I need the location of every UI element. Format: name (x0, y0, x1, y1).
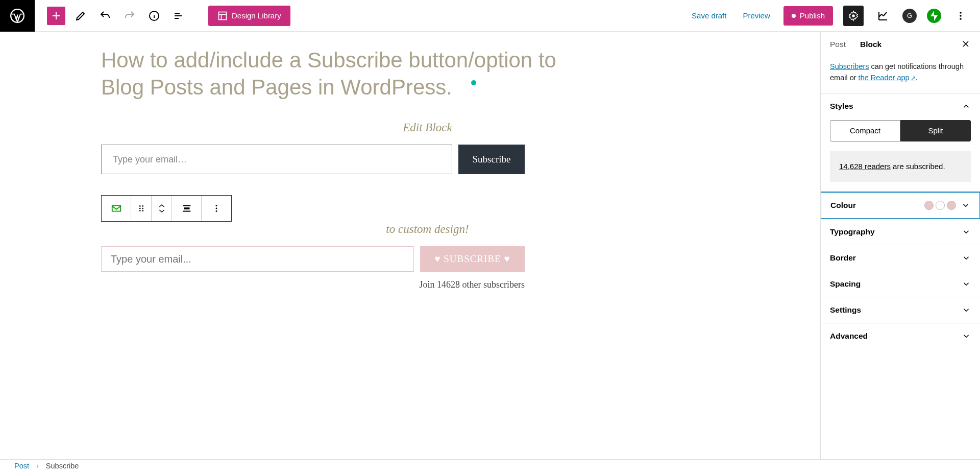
subscribe-block-default[interactable]: Subscribe (101, 145, 525, 174)
svg-rect-7 (112, 206, 120, 211)
intro-tail: . (916, 74, 918, 82)
post-title[interactable]: How to add/include a Subscribe button/op… (101, 47, 560, 101)
email-input-default[interactable] (101, 145, 452, 174)
section-settings[interactable]: Settings (821, 297, 980, 323)
breadcrumb-separator: › (36, 462, 39, 470)
section-styles-header[interactable]: Styles (821, 93, 980, 119)
jetpack-icon[interactable] (927, 9, 941, 23)
document-outline-button[interactable] (169, 7, 188, 25)
redo-icon (124, 10, 136, 22)
pencil-icon (75, 10, 87, 22)
svg-rect-14 (184, 207, 189, 209)
advanced-title: Advanced (830, 332, 868, 341)
typography-title: Typography (830, 227, 875, 237)
svg-point-9 (142, 205, 143, 207)
publish-button[interactable]: Publish (783, 6, 833, 26)
user-avatar[interactable]: G (902, 9, 917, 23)
wordpress-logo[interactable] (0, 0, 35, 32)
close-icon (961, 39, 971, 49)
gear-icon (848, 10, 859, 21)
style-split-button[interactable]: Split (900, 120, 971, 141)
chevron-down-icon (962, 279, 971, 289)
redo-button[interactable] (120, 7, 139, 25)
kebab-icon (954, 10, 967, 22)
sidebar-tabs: Post Block (821, 32, 980, 58)
preview-button[interactable]: Preview (740, 11, 773, 20)
mail-icon (111, 203, 122, 214)
swatch-2 (936, 201, 945, 210)
svg-point-6 (960, 18, 962, 20)
reader-app-link[interactable]: the Reader app (859, 74, 916, 82)
svg-point-15 (216, 205, 217, 206)
editor-top-toolbar: Design Library Save draft Preview Publis… (0, 0, 980, 32)
toolbar-left-group: Design Library (35, 6, 290, 26)
template-icon (217, 11, 228, 21)
move-updown[interactable] (152, 196, 172, 221)
section-advanced[interactable]: Advanced (821, 323, 980, 349)
subscribe-block-custom[interactable]: ♥ SUBSCRIBE ♥ (101, 246, 525, 272)
svg-point-5 (960, 15, 962, 17)
chevron-up-icon (962, 102, 971, 111)
subscribe-button-default[interactable]: Subscribe (458, 145, 525, 174)
edit-block-caption: Edit Block (101, 121, 754, 134)
sidebar-close-button[interactable] (961, 39, 971, 51)
svg-point-8 (139, 205, 140, 207)
svg-point-13 (142, 210, 143, 211)
document-info-button[interactable] (145, 7, 163, 25)
readers-tail: are subscribed. (891, 162, 945, 171)
save-draft-button[interactable]: Save draft (689, 11, 729, 20)
toolbar-right-group: Save draft Preview Publish G (689, 6, 980, 26)
jetpack-stats-button[interactable] (874, 7, 892, 25)
breadcrumb-root[interactable]: Post (14, 462, 29, 470)
settings-title: Settings (830, 305, 861, 315)
block-more-button[interactable] (202, 196, 231, 221)
publish-label: Publish (800, 11, 825, 20)
list-icon (173, 10, 185, 22)
svg-rect-2 (219, 12, 227, 19)
tab-post[interactable]: Post (830, 40, 846, 50)
style-toggle: Compact Split (830, 120, 971, 141)
undo-icon (99, 10, 111, 22)
styles-title: Styles (830, 102, 853, 111)
swatch-3 (947, 201, 956, 210)
edit-mode-button[interactable] (71, 7, 90, 25)
design-library-button[interactable]: Design Library (208, 6, 290, 26)
chevron-down-icon (962, 305, 971, 315)
spacing-title: Spacing (830, 279, 861, 289)
tab-block[interactable]: Block (860, 40, 881, 50)
block-description: Subscribers can get notifications throug… (821, 58, 980, 93)
svg-point-3 (852, 14, 855, 17)
drag-handle[interactable] (131, 196, 152, 221)
editor-canvas[interactable]: How to add/include a Subscribe button/op… (35, 32, 820, 459)
style-compact-button[interactable]: Compact (830, 120, 900, 141)
align-icon (181, 203, 192, 214)
section-spacing[interactable]: Spacing (821, 271, 980, 297)
section-border[interactable]: Border (821, 245, 980, 271)
subscribers-link[interactable]: Subscribers (830, 62, 869, 70)
plus-icon (50, 10, 62, 22)
presence-indicator (471, 80, 476, 85)
chevron-down-icon (962, 227, 971, 237)
join-subscribers-text: Join 14628 other subscribers (101, 279, 525, 290)
section-colour[interactable]: Colour (821, 192, 980, 219)
svg-point-10 (139, 208, 140, 209)
more-options-button[interactable] (951, 7, 970, 25)
kebab-icon (211, 203, 222, 214)
chevron-down-icon (158, 208, 166, 214)
info-icon (148, 10, 160, 22)
readers-count-link[interactable]: 14,628 readers (839, 162, 891, 171)
block-breadcrumb: Post › Subscribe (0, 459, 980, 472)
svg-point-11 (142, 208, 143, 209)
svg-point-17 (216, 210, 217, 212)
block-toolbar (101, 195, 232, 222)
block-type-button[interactable] (102, 196, 131, 221)
undo-button[interactable] (96, 7, 114, 25)
subscribe-button-custom[interactable]: ♥ SUBSCRIBE ♥ (420, 246, 525, 272)
svg-point-16 (216, 208, 217, 209)
align-button[interactable] (172, 196, 202, 221)
email-input-custom[interactable] (101, 246, 414, 272)
section-typography[interactable]: Typography (821, 219, 980, 245)
settings-toggle-button[interactable] (843, 6, 864, 26)
sidebar-scroll[interactable]: Subscribers can get notifications throug… (821, 58, 980, 459)
add-block-button[interactable] (47, 7, 65, 25)
